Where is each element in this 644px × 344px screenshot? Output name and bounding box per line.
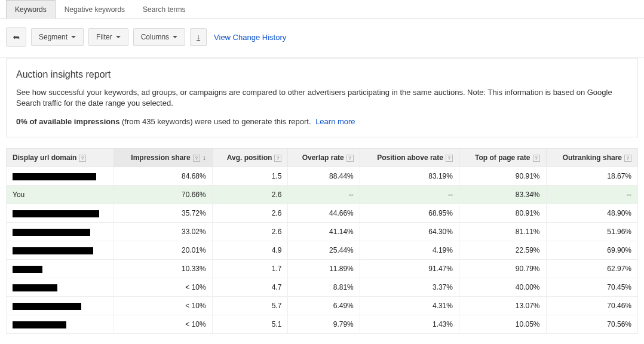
cell-avgpos: 2.6 — [212, 186, 288, 204]
cell-outrank: 18.67% — [546, 167, 637, 186]
col-overlap-rate[interactable]: Overlap rate? — [288, 149, 360, 167]
cell-topofpage: 90.91% — [459, 167, 546, 186]
table-row[interactable]: 10.33%1.711.89%91.47%90.79%62.97% — [7, 260, 638, 278]
tab-negative-keywords[interactable]: Negative keywords — [56, 0, 134, 19]
table-row[interactable]: 33.02%2.641.14%64.30%81.11%51.96% — [7, 223, 638, 241]
filter-button[interactable]: Filter — [88, 28, 128, 46]
cell-posabove: -- — [360, 186, 459, 204]
cell-outrank: 70.46% — [546, 297, 637, 315]
cell-outrank: 48.90% — [546, 204, 637, 223]
help-icon[interactable]: ? — [446, 155, 453, 162]
cell-posabove: 1.43% — [360, 315, 459, 334]
panel-description: See how successful your keywords, ad gro… — [16, 87, 628, 109]
cell-overlap: 8.81% — [288, 278, 360, 297]
cell-overlap: 88.44% — [288, 167, 360, 186]
cell-impshare: 35.72% — [114, 204, 213, 223]
cell-overlap: 25.44% — [288, 241, 360, 260]
table-row[interactable]: < 10%5.19.79%1.43%10.05%70.56% — [7, 315, 638, 334]
redacted-domain — [13, 247, 93, 254]
back-button[interactable]: ➦ — [6, 27, 26, 47]
col-outranking-share[interactable]: Outranking share? — [546, 149, 637, 167]
tab-search-terms[interactable]: Search terms — [134, 0, 194, 19]
cell-topofpage: 83.34% — [459, 186, 546, 204]
help-icon[interactable]: ? — [274, 155, 281, 162]
cell-avgpos: 5.7 — [212, 297, 288, 315]
table-row[interactable]: You70.66%2.6----83.34%-- — [7, 186, 638, 204]
cell-domain — [7, 241, 114, 260]
redacted-domain — [13, 284, 57, 291]
cell-overlap: 41.14% — [288, 223, 360, 241]
cell-overlap: -- — [288, 186, 360, 204]
segment-button[interactable]: Segment — [31, 28, 84, 46]
cell-domain: You — [7, 186, 114, 204]
cell-domain — [7, 278, 114, 297]
download-icon: ↓ — [197, 33, 200, 41]
cell-domain — [7, 260, 114, 278]
tabs-bar: Keywords Negative keywords Search terms — [0, 0, 644, 19]
cell-avgpos: 1.7 — [212, 260, 288, 278]
learn-more-link[interactable]: Learn more — [315, 117, 355, 126]
cell-overlap: 11.89% — [288, 260, 360, 278]
col-display-url-domain[interactable]: Display url domain? — [7, 149, 114, 167]
cell-topofpage: 80.91% — [459, 204, 546, 223]
cell-avgpos: 5.1 — [212, 315, 288, 334]
redacted-domain — [13, 173, 96, 180]
redacted-domain — [13, 321, 66, 328]
cell-impshare: 70.66% — [114, 186, 213, 204]
cell-outrank: 62.97% — [546, 260, 637, 278]
redacted-domain — [13, 210, 99, 217]
cell-posabove: 3.37% — [360, 278, 459, 297]
columns-button[interactable]: Columns — [133, 28, 185, 46]
view-change-history-link[interactable]: View Change History — [214, 33, 286, 42]
cell-domain — [7, 204, 114, 223]
help-icon[interactable]: ? — [193, 155, 200, 162]
help-icon[interactable]: ? — [533, 155, 540, 162]
cell-overlap: 9.79% — [288, 315, 360, 334]
cell-posabove: 68.95% — [360, 204, 459, 223]
cell-outrank: 70.56% — [546, 315, 637, 334]
cell-impshare: < 10% — [114, 297, 213, 315]
tab-keywords[interactable]: Keywords — [6, 0, 56, 19]
cell-overlap: 6.49% — [288, 297, 360, 315]
cell-impshare: < 10% — [114, 278, 213, 297]
download-button[interactable]: ↓ — [190, 28, 207, 46]
cell-posabove: 4.31% — [360, 297, 459, 315]
cell-impshare: 33.02% — [114, 223, 213, 241]
sort-desc-icon: ↓ — [203, 153, 206, 162]
help-icon[interactable]: ? — [624, 155, 631, 162]
col-impression-share[interactable]: Impression share?↓ — [114, 149, 213, 167]
cell-avgpos: 2.6 — [212, 223, 288, 241]
col-avg-position[interactable]: Avg. position? — [212, 149, 288, 167]
table-row[interactable]: < 10%4.78.81%3.37%40.00%70.45% — [7, 278, 638, 297]
cell-impshare: 20.01% — [114, 241, 213, 260]
impressions-line: 0% of available impressions (from 435 ke… — [16, 117, 628, 126]
cell-avgpos: 4.9 — [212, 241, 288, 260]
col-top-of-page-rate[interactable]: Top of page rate? — [459, 149, 546, 167]
cell-overlap: 44.66% — [288, 204, 360, 223]
table-row[interactable]: < 10%5.76.49%4.31%13.07%70.46% — [7, 297, 638, 315]
cell-posabove: 64.30% — [360, 223, 459, 241]
help-icon[interactable]: ? — [79, 155, 86, 162]
cell-topofpage: 90.79% — [459, 260, 546, 278]
table-row[interactable]: 20.01%4.925.44%4.19%22.59%69.90% — [7, 241, 638, 260]
col-position-above-rate[interactable]: Position above rate? — [360, 149, 459, 167]
cell-topofpage: 13.07% — [459, 297, 546, 315]
cell-posabove: 4.19% — [360, 241, 459, 260]
help-icon[interactable]: ? — [346, 155, 354, 162]
redacted-domain — [13, 266, 42, 273]
cell-outrank: 51.96% — [546, 223, 637, 241]
insights-panel: Auction insights report See how successf… — [6, 58, 638, 137]
cell-avgpos: 2.6 — [212, 204, 288, 223]
impressions-rest: (from 435 keywords) were used to generat… — [119, 117, 313, 126]
cell-domain — [7, 297, 114, 315]
caret-down-icon — [71, 36, 76, 38]
table-row[interactable]: 84.68%1.588.44%83.19%90.91%18.67% — [7, 167, 638, 186]
caret-down-icon — [116, 36, 121, 38]
redacted-domain — [13, 229, 90, 236]
table-row[interactable]: 35.72%2.644.66%68.95%80.91%48.90% — [7, 204, 638, 223]
auction-insights-table: Display url domain? Impression share?↓ A… — [6, 148, 638, 334]
cell-topofpage: 40.00% — [459, 278, 546, 297]
cell-outrank: -- — [546, 186, 637, 204]
cell-outrank: 70.45% — [546, 278, 637, 297]
cell-posabove: 91.47% — [360, 260, 459, 278]
